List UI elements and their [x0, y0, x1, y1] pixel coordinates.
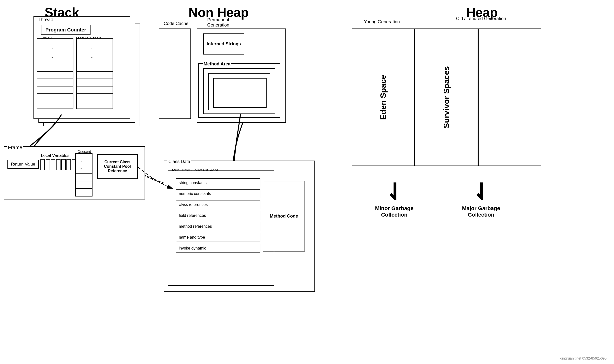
survivor-box: Survivor Spaces	[415, 28, 478, 166]
code-cache-label: Code Cache	[160, 21, 192, 26]
major-gc-container: ⇃ Major Garbage Collection	[459, 181, 503, 218]
program-counter-box: Program Counter	[41, 25, 91, 35]
native-stack-arrow: ↑ ↓	[91, 46, 93, 59]
minor-gc-arrow-icon: ⇃	[372, 181, 417, 203]
old-gen-box	[478, 28, 541, 166]
return-value-box: Return Value	[7, 160, 39, 169]
operand-stack-box: ↑ ↓	[75, 153, 92, 196]
cp-entry-3: field references	[176, 211, 260, 220]
major-gc-label: Major Garbage Collection	[459, 205, 503, 218]
local-vars-label: Local Variables	[41, 153, 69, 158]
class-data-label: Class Data	[167, 159, 191, 164]
method-area-box-4	[213, 78, 267, 108]
native-stack-box: ↑ ↓	[76, 38, 113, 109]
cp-entry-5: name and type	[176, 233, 260, 242]
watermark: qingruanit.net 0532-85625095	[560, 356, 607, 360]
eden-box: Eden Space	[352, 28, 415, 166]
method-area-label: Method Area	[203, 61, 231, 67]
cp-entry-2: class references	[176, 200, 260, 209]
stack-arrow: ↑ ↓	[51, 46, 54, 59]
old-gen-label: Old / Tenured Generation	[454, 16, 508, 21]
code-cache-box	[159, 28, 191, 119]
ccpr-box: Current Class Constant Pool Reference	[97, 154, 138, 179]
cp-entry-6: invoke dynamic	[176, 244, 260, 253]
perm-gen-label: Permanent Generation	[198, 17, 238, 28]
cp-entry-1: numeric constants	[176, 189, 260, 198]
interned-strings-box: Interned Strings	[203, 33, 244, 55]
young-gen-label: Young Generation	[355, 19, 409, 25]
major-gc-arrow-icon: ⇃	[459, 181, 503, 203]
stack-inner-box: ↑ ↓	[37, 38, 73, 109]
thread-label: Thread	[37, 17, 54, 23]
cp-entry-4: method references	[176, 222, 260, 231]
minor-gc-container: ⇃ Minor Garbage Collection	[372, 181, 417, 218]
method-code-box: Method Code	[263, 181, 305, 252]
ccpr-arrow-marker: ⊢	[137, 164, 142, 170]
frame-label: Frame	[7, 145, 23, 150]
cp-entry-0: string constants	[176, 178, 260, 187]
minor-gc-label: Minor Garbage Collection	[372, 205, 417, 218]
operand-arrow: ↑ ↓	[80, 160, 82, 170]
